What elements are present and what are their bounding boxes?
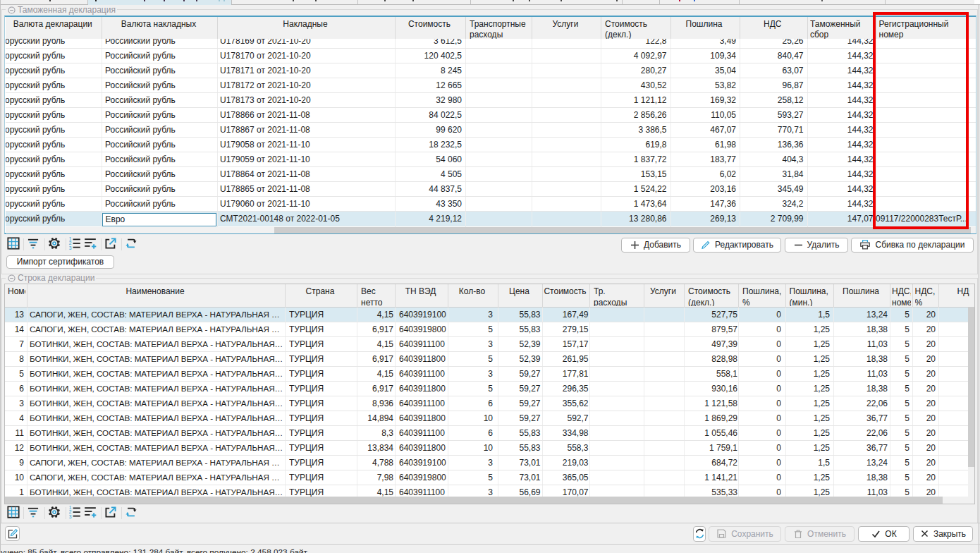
svg-text:3: 3 <box>68 245 71 250</box>
svg-text:3: 3 <box>68 514 71 518</box>
